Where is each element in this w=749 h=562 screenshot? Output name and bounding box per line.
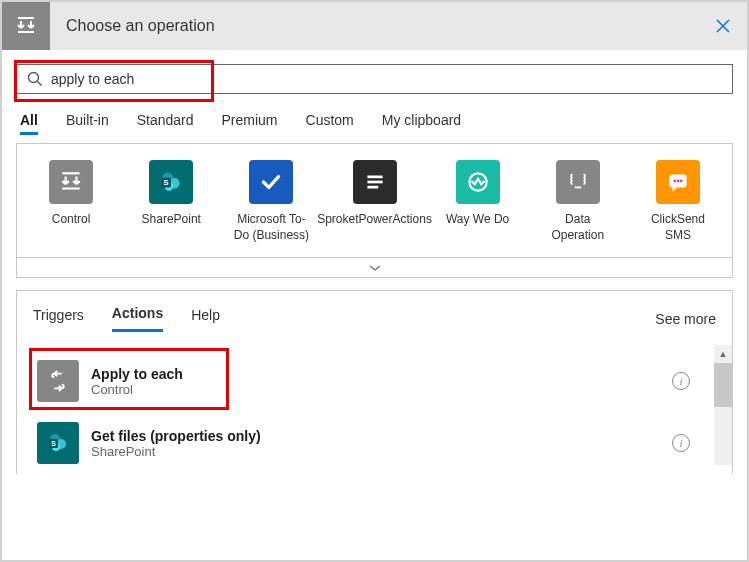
svg-rect-10 [367,186,378,189]
svg-point-17 [677,180,680,183]
connector-label: ClickSend SMS [640,212,716,243]
todo-icon [249,160,293,204]
connector-label: Data Operation [540,212,616,243]
tab-all[interactable]: All [20,112,38,135]
connector-microsoft-todo[interactable]: Microsoft To-Do (Business) [233,160,309,243]
connector-label: Control [52,212,91,228]
chevron-down-icon [369,264,381,272]
sharepoint-icon: S [37,422,79,464]
svg-rect-8 [367,176,382,179]
titlebar-title: Choose an operation [50,17,699,35]
svg-point-12 [575,186,577,188]
tab-premium[interactable]: Premium [222,112,278,135]
connector-way-we-do[interactable]: Way We Do [440,160,516,243]
connector-clicksend-sms[interactable]: ClickSend SMS [640,160,716,243]
apply-to-each-icon [37,360,79,402]
connector-label: Microsoft To-Do (Business) [233,212,309,243]
svg-point-18 [680,180,683,183]
svg-rect-0 [18,17,34,19]
clicksend-icon [656,160,700,204]
actions-panel: Triggers Actions Help See more Apply to … [16,290,733,474]
svg-text:S: S [51,440,56,447]
control-icon [49,160,93,204]
connector-label: SproketPowerActions [317,212,432,228]
action-text: Apply to each Control [91,366,672,397]
tab-help[interactable]: Help [191,307,220,331]
sub-tabs: Triggers Actions Help See more [33,305,716,332]
svg-text:S: S [164,178,169,187]
sproket-icon [353,160,397,204]
tab-standard[interactable]: Standard [137,112,194,135]
connector-sproketpoweractions[interactable]: SproketPowerActions [334,160,416,243]
tab-custom[interactable]: Custom [306,112,354,135]
svg-rect-9 [367,181,382,184]
search-input[interactable] [51,71,722,87]
action-apply-to-each[interactable]: Apply to each Control i [33,350,694,412]
search-container [16,64,733,94]
connector-sharepoint[interactable]: S SharePoint [133,160,209,243]
tab-actions[interactable]: Actions [112,305,163,332]
scrollbar[interactable]: ▲ [714,345,732,465]
info-button[interactable]: i [672,372,690,390]
filter-tabs: All Built-in Standard Premium Custom My … [16,112,733,139]
info-button[interactable]: i [672,434,690,452]
connector-control[interactable]: Control [33,160,109,243]
close-icon [715,18,731,34]
connectors-panel: Control S SharePoint Microsoft To-Do (Bu… [16,143,733,258]
connector-label: Way We Do [446,212,509,228]
see-more-link[interactable]: See more [655,311,716,327]
titlebar: Choose an operation [2,2,747,50]
action-subtitle: Control [91,382,672,397]
connector-data-operation[interactable]: Data Operation [540,160,616,243]
tab-my-clipboard[interactable]: My clipboard [382,112,461,135]
svg-point-16 [673,180,676,183]
svg-point-13 [577,186,579,188]
action-get-files[interactable]: S Get files (properties only) SharePoint… [33,412,694,474]
connector-label: SharePoint [142,212,201,228]
action-subtitle: SharePoint [91,444,672,459]
action-text: Get files (properties only) SharePoint [91,428,672,459]
svg-point-1 [29,73,39,83]
close-button[interactable] [699,2,747,50]
action-list: Apply to each Control i S Get files (pro… [33,350,716,474]
dataop-icon [556,160,600,204]
tab-built-in[interactable]: Built-in [66,112,109,135]
svg-rect-2 [62,172,79,174]
search-icon [27,71,43,87]
expand-connectors-button[interactable] [16,258,733,278]
action-title: Apply to each [91,366,672,382]
scroll-up-arrow[interactable]: ▲ [714,345,732,363]
app-icon [2,2,50,50]
sharepoint-icon: S [149,160,193,204]
wayweedo-icon [456,160,500,204]
tab-triggers[interactable]: Triggers [33,307,84,331]
scrollbar-thumb[interactable] [714,363,732,407]
action-title: Get files (properties only) [91,428,672,444]
svg-point-14 [579,186,581,188]
search-box[interactable] [16,64,733,94]
